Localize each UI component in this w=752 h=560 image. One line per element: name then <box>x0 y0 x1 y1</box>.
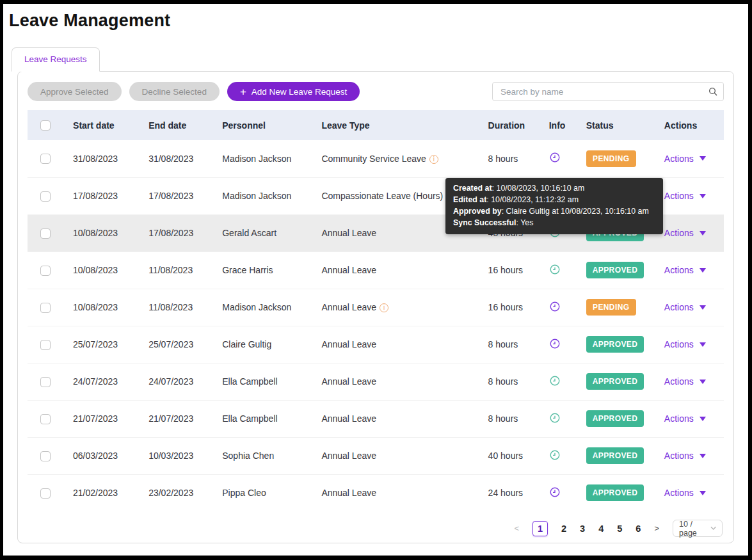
add-new-leave-request-button[interactable]: + Add New Leave Request <box>227 82 360 101</box>
tooltip-line: Edited at: 10/08/2023, 11:12:32 am <box>453 195 655 206</box>
status-badge: PENDING <box>586 299 636 316</box>
row-checkbox[interactable] <box>40 488 51 499</box>
duration-cell: 40 hours <box>478 437 539 474</box>
table-row: 06/03/2023 10/03/2023 Sophia Chen Annual… <box>28 437 724 474</box>
actions-dropdown[interactable]: Actions <box>664 265 706 275</box>
clock-icon[interactable] <box>549 490 561 500</box>
actions-dropdown[interactable]: Actions <box>664 154 706 164</box>
info-cell <box>539 252 576 289</box>
row-checkbox[interactable] <box>40 154 51 164</box>
row-checkbox[interactable] <box>40 303 51 313</box>
start-date-cell: 31/08/2023 <box>63 140 138 177</box>
actions-label: Actions <box>664 413 694 424</box>
actions-cell: Actions <box>654 474 724 511</box>
pagination-next-button[interactable]: > <box>654 524 659 533</box>
actions-dropdown[interactable]: Actions <box>664 488 706 498</box>
leave-type-info-icon[interactable]: i <box>380 303 388 312</box>
page-size-select[interactable]: 10 / page <box>673 520 723 537</box>
status-badge: PENDING <box>586 150 636 167</box>
row-checkbox[interactable] <box>40 340 51 350</box>
table-header-row: Start date End date Personnel Leave Type… <box>28 110 724 140</box>
dropdown-arrow-icon <box>700 156 706 161</box>
header-info: Info <box>539 110 576 140</box>
leave-type-cell: Annual Leavei <box>311 474 477 511</box>
actions-dropdown[interactable]: Actions <box>664 191 706 201</box>
actions-cell: Actions <box>654 400 724 437</box>
start-date-cell: 10/08/2023 <box>63 214 138 252</box>
plus-icon: + <box>240 86 246 97</box>
pagination-page-2[interactable]: 2 <box>561 524 566 534</box>
status-cell: APPROVED <box>576 400 654 437</box>
actions-dropdown[interactable]: Actions <box>664 228 706 238</box>
row-checkbox[interactable] <box>40 451 51 461</box>
clock-icon[interactable] <box>549 378 561 388</box>
duration-cell: 24 hours <box>478 474 539 511</box>
actions-dropdown[interactable]: Actions <box>664 376 706 387</box>
leave-type-cell: Annual Leavei <box>311 326 477 363</box>
personnel-cell: Claire Gultig <box>212 326 311 363</box>
clock-icon[interactable] <box>549 267 561 277</box>
end-date-cell: 31/08/2023 <box>138 140 212 177</box>
clock-icon[interactable] <box>549 452 561 463</box>
row-checkbox[interactable] <box>40 266 51 276</box>
leave-type-cell: Annual Leavei <box>311 252 477 289</box>
end-date-cell: 11/08/2023 <box>138 252 212 289</box>
clock-icon[interactable] <box>549 155 561 165</box>
pagination-page-1[interactable]: 1 <box>532 521 548 536</box>
row-checkbox[interactable] <box>40 191 51 202</box>
search-icon[interactable] <box>708 86 718 99</box>
row-checkbox[interactable] <box>40 228 51 239</box>
status-badge: APPROVED <box>586 410 644 427</box>
leave-type-info-icon[interactable]: i <box>429 155 438 164</box>
dropdown-arrow-icon <box>700 194 706 199</box>
leave-type-cell: Annual Leavei <box>311 400 477 437</box>
select-all-checkbox[interactable] <box>40 120 51 131</box>
pagination: < 123456 > 10 / page <box>28 520 724 537</box>
end-date-cell: 24/07/2023 <box>138 363 212 400</box>
duration-cell: 16 hours <box>478 252 539 289</box>
actions-dropdown[interactable]: Actions <box>664 451 706 461</box>
header-start-date: Start date <box>63 110 138 140</box>
actions-cell: Actions <box>654 363 724 400</box>
dropdown-arrow-icon <box>700 491 706 496</box>
personnel-cell: Madison Jackson <box>212 289 311 326</box>
actions-label: Actions <box>664 228 694 238</box>
status-cell: APPROVED <box>576 363 654 400</box>
tab-leave-requests[interactable]: Leave Requests <box>12 47 100 72</box>
decline-selected-button[interactable]: Decline Selected <box>129 82 220 101</box>
info-cell <box>539 437 576 474</box>
clock-icon[interactable] <box>549 341 561 351</box>
status-cell: APPROVED <box>576 437 654 474</box>
pagination-page-6[interactable]: 6 <box>636 524 641 534</box>
personnel-cell: Ella Campbell <box>212 363 311 400</box>
pagination-prev-button[interactable]: < <box>514 524 519 533</box>
actions-label: Actions <box>664 488 694 498</box>
search-input[interactable] <box>492 82 724 101</box>
clock-icon[interactable] <box>549 415 561 426</box>
dropdown-arrow-icon <box>700 454 706 459</box>
pagination-page-5[interactable]: 5 <box>617 524 622 534</box>
leave-type-label: Compassionate Leave (Hours) <box>321 191 443 201</box>
toolbar: Approve Selected Decline Selected + Add … <box>28 82 724 101</box>
add-new-leave-request-label: Add New Leave Request <box>252 87 347 97</box>
leave-type-cell: Annual Leavei <box>311 363 477 400</box>
clock-icon[interactable] <box>549 304 561 314</box>
start-date-cell: 10/08/2023 <box>63 289 138 326</box>
status-cell: APPROVED <box>576 252 654 289</box>
leave-type-label: Community Service Leave <box>321 154 426 164</box>
table-row: 31/08/2023 31/08/2023 Madison Jackson Co… <box>28 140 724 177</box>
row-checkbox[interactable] <box>40 377 51 387</box>
approve-selected-button[interactable]: Approve Selected <box>28 82 122 101</box>
table-row: 24/07/2023 24/07/2023 Ella Campbell Annu… <box>28 363 724 400</box>
dropdown-arrow-icon <box>700 417 706 422</box>
actions-dropdown[interactable]: Actions <box>664 339 706 349</box>
pagination-page-3[interactable]: 3 <box>580 524 585 534</box>
row-checkbox[interactable] <box>40 414 51 424</box>
actions-dropdown[interactable]: Actions <box>664 302 706 312</box>
actions-label: Actions <box>664 302 694 312</box>
leave-type-label: Annual Leave <box>321 451 376 461</box>
actions-dropdown[interactable]: Actions <box>664 413 706 424</box>
info-cell <box>539 474 576 511</box>
personnel-cell: Ella Campbell <box>212 400 311 437</box>
pagination-page-4[interactable]: 4 <box>598 524 604 534</box>
